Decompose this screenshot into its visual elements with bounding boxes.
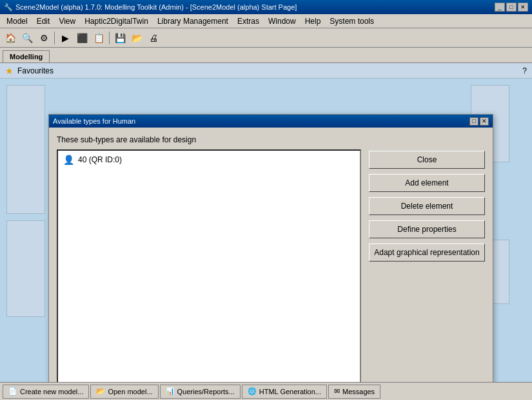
menu-edit[interactable]: Edit (33, 15, 54, 27)
messages-label: Messages (342, 388, 375, 395)
menu-help[interactable]: Help (301, 15, 325, 27)
modal-left-panel: These sub-types are available for design… (57, 135, 361, 394)
toolbar: 🏠 🔍 ⚙ ▶ ⬛ 📋 💾 📂 🖨 (0, 28, 532, 48)
title-bar-controls: _ □ ✕ (495, 3, 528, 12)
toolbar-btn-5[interactable]: ⬛ (74, 30, 90, 46)
messages-icon: ✉ (334, 387, 340, 395)
status-html-gen[interactable]: 🌐 HTML Generation... (242, 385, 327, 399)
star-icon: ★ (5, 66, 14, 76)
create-model-label: Create new model... (20, 388, 83, 395)
modal-title-bar: Available types for Human □ ✕ (49, 115, 493, 128)
close-button[interactable]: Close (369, 151, 485, 169)
add-element-button[interactable]: Add element (369, 174, 485, 192)
html-gen-icon: 🌐 (248, 387, 257, 395)
status-create-model[interactable]: 📄 Create new model... (3, 385, 89, 399)
menu-window[interactable]: Window (264, 15, 300, 27)
create-model-icon: 📄 (8, 387, 17, 395)
menu-model[interactable]: Model (3, 15, 32, 27)
toolbar-btn-1[interactable]: 🏠 (3, 30, 18, 46)
menu-systemtools[interactable]: System tools (326, 15, 378, 27)
modal-body: These sub-types are available for design… (49, 128, 493, 397)
adapt-graphical-button[interactable]: Adapt graphical representation (369, 243, 485, 262)
open-model-icon: 📂 (96, 387, 105, 395)
modal-right-panel: Close Add element Delete element Define … (369, 135, 485, 394)
window-title: Scene2Model (alpha) 1.7.0: Modelling Too… (15, 3, 297, 11)
toolbar-btn-3[interactable]: ⚙ (36, 30, 52, 46)
tab-modelling[interactable]: Modelling (3, 50, 50, 62)
menu-bar: Model Edit View Haptic2DigitalTwin Libra… (0, 14, 532, 28)
title-bar-left: 🔧 Scene2Model (alpha) 1.7.0: Modelling T… (4, 3, 297, 12)
restore-button[interactable]: □ (506, 3, 517, 12)
list-item-0[interactable]: 👤 40 (QR ID:0) (61, 153, 357, 166)
toolbar-btn-4[interactable]: ▶ (57, 30, 73, 46)
main-area: Available types for Human □ ✕ These sub-… (0, 79, 532, 397)
open-model-label: Open model... (108, 388, 152, 395)
define-properties-button[interactable]: Define properties (369, 220, 485, 238)
modal-maximize-button[interactable]: □ (469, 117, 478, 126)
menu-library[interactable]: Library Management (153, 15, 232, 27)
tab-strip: Modelling (0, 48, 532, 63)
help-icon[interactable]: ? (522, 66, 527, 75)
modal-dialog: Available types for Human □ ✕ These sub-… (48, 114, 493, 397)
status-queries[interactable]: 📊 Queries/Reports... (160, 385, 241, 399)
queries-label: Queries/Reports... (177, 388, 235, 395)
list-item-label-0: 40 (QR ID:0) (78, 155, 122, 164)
queries-icon: 📊 (166, 387, 175, 395)
menu-view[interactable]: View (55, 15, 79, 27)
modal-close-button[interactable]: ✕ (480, 117, 489, 126)
menu-haptic[interactable]: Haptic2DigitalTwin (81, 15, 152, 27)
modal-title: Available types for Human (53, 117, 135, 125)
bg-panel-1 (6, 85, 45, 214)
minimize-button[interactable]: _ (495, 3, 505, 12)
toolbar-btn-8[interactable]: 📂 (129, 30, 144, 46)
bg-panel-3 (6, 220, 45, 317)
toolbar-separator-1 (54, 32, 55, 44)
subtype-listbox[interactable]: 👤 40 (QR ID:0) (57, 149, 361, 394)
toolbar-separator-2 (109, 32, 110, 44)
toolbar-btn-9[interactable]: 🖨 (146, 30, 161, 46)
toolbar-btn-7[interactable]: 💾 (112, 30, 128, 46)
delete-element-button[interactable]: Delete element (369, 197, 485, 215)
toolbar-btn-6[interactable]: 📋 (91, 30, 106, 46)
status-bar: 📄 Create new model... 📂 Open model... 📊 … (0, 382, 532, 400)
list-item-icon-0: 👤 (63, 155, 74, 165)
favourites-bar: ★ Favourites ? (0, 63, 532, 79)
modal-subtitle: These sub-types are available for design (57, 135, 361, 144)
favourites-label: Favourites (17, 66, 54, 75)
modal-title-controls: □ ✕ (469, 117, 489, 126)
html-gen-label: HTML Generation... (259, 388, 321, 395)
status-messages[interactable]: ✉ Messages (328, 385, 380, 399)
title-bar: 🔧 Scene2Model (alpha) 1.7.0: Modelling T… (0, 0, 532, 14)
close-button[interactable]: ✕ (518, 3, 528, 12)
status-open-model[interactable]: 📂 Open model... (90, 385, 158, 399)
toolbar-btn-2[interactable]: 🔍 (19, 30, 35, 46)
menu-extras[interactable]: Extras (233, 15, 263, 27)
app-icon: 🔧 (4, 3, 13, 12)
